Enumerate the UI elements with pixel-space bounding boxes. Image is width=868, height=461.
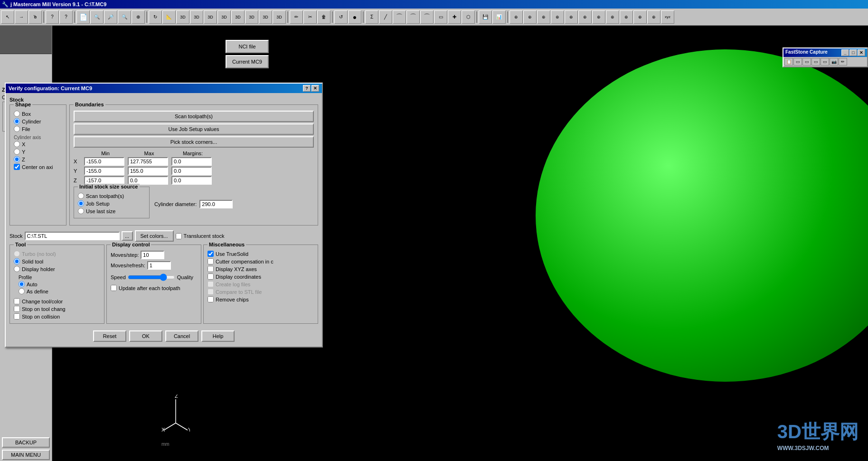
set-colors-button[interactable]: Set colors... xyxy=(135,230,174,242)
toolbar-btn-3d1[interactable]: 3D xyxy=(176,10,189,24)
toolbar-btn-snap3[interactable]: ⊕ xyxy=(537,10,550,24)
moves-refresh-input[interactable] xyxy=(147,261,171,270)
cancel-button[interactable]: Cancel xyxy=(165,330,198,342)
initial-jobsetup-option[interactable]: Job Setup xyxy=(78,200,145,207)
initial-lastsize-option[interactable]: Use last size xyxy=(78,208,145,214)
current-mc9-button[interactable]: Current MC9 xyxy=(226,55,269,68)
toolbar-btn-snap11[interactable]: ⊕ xyxy=(647,10,660,24)
stock-file-input[interactable] xyxy=(25,232,120,240)
cutter-comp-check[interactable]: Cutter compensation in c xyxy=(208,258,314,264)
faststone-close[interactable]: ✕ xyxy=(858,49,865,56)
reset-button[interactable]: Reset xyxy=(93,330,126,342)
toolbar-btn-line1[interactable]: ╱ xyxy=(379,10,392,24)
toolbar-btn-del[interactable]: 🗑 xyxy=(317,10,330,24)
remove-chips-check[interactable]: Remove chips xyxy=(208,296,314,302)
fs-btn-6[interactable]: 📷 xyxy=(830,58,838,66)
initial-scan-option[interactable]: Scan toolpath(s) xyxy=(78,193,145,199)
toolbar-btn-3d8[interactable]: 3D xyxy=(273,10,286,24)
fs-btn-7[interactable]: ✏ xyxy=(839,58,847,66)
tool-holder-option[interactable]: Display holder xyxy=(14,266,100,272)
toolbar-btn-arc3[interactable]: ⌒ xyxy=(420,10,434,24)
toolbar-btn-zoom1[interactable]: 🔍 xyxy=(90,10,104,24)
faststone-maximize[interactable]: □ xyxy=(849,49,857,56)
use-job-setup-button[interactable]: Use Job Setup values xyxy=(74,123,314,135)
toolbar-btn-forward[interactable]: → xyxy=(15,10,28,24)
fs-btn-4[interactable]: ▭ xyxy=(811,58,820,66)
stock-file-browse-button[interactable]: ... xyxy=(122,231,133,241)
toolbar-btn-3d6[interactable]: 3D xyxy=(245,10,258,24)
toolbar-btn-3d7[interactable]: 3D xyxy=(259,10,272,24)
profile-asdefined-option[interactable]: As define xyxy=(19,288,100,294)
toolbar-btn-undo[interactable]: ↺ xyxy=(334,10,348,24)
toolbar-btn-snap4[interactable]: ⊕ xyxy=(551,10,564,24)
axis-z-option[interactable]: Z xyxy=(14,156,62,162)
fs-btn-3[interactable]: ▭ xyxy=(802,58,811,66)
toolbar-btn-arc1[interactable]: ⌒ xyxy=(393,10,406,24)
toolbar-btn-3d2[interactable]: 3D xyxy=(190,10,203,24)
toolbar-btn-3d3[interactable]: 3D xyxy=(204,10,217,24)
fs-btn-1[interactable]: 📋 xyxy=(784,58,793,66)
stop-on-tool-change-check[interactable]: Stop on tool chang xyxy=(14,306,100,312)
toolbar-btn-arrow[interactable]: ↖ xyxy=(1,10,14,24)
toolbar-btn-sigma[interactable]: Σ xyxy=(365,10,378,24)
display-coords-check[interactable]: Display coordinates xyxy=(208,273,314,280)
toolbar-btn-snap5[interactable]: ⊕ xyxy=(565,10,578,24)
shape-box-option[interactable]: Box xyxy=(14,111,62,117)
fs-btn-5[interactable]: ▭ xyxy=(821,58,829,66)
tool-solid-option[interactable]: Solid tool xyxy=(14,258,100,264)
toolbar-btn-pencil[interactable]: ✏ xyxy=(290,10,303,24)
toolbar-btn-xyz[interactable]: xyz xyxy=(661,10,674,24)
toolbar-btn-snap9[interactable]: ⊕ xyxy=(620,10,633,24)
toolbar-btn-snap1[interactable]: ⊕ xyxy=(509,10,523,24)
toolbar-btn-file[interactable]: 📄 xyxy=(76,10,90,24)
pick-stock-corners-button[interactable]: Pick stock corners... xyxy=(74,136,314,148)
shape-cylinder-option[interactable]: Cylinder xyxy=(14,118,62,124)
fs-btn-2[interactable]: ▭ xyxy=(793,58,802,66)
toolbar-btn-3d5[interactable]: 3D xyxy=(231,10,245,24)
axis-y-option[interactable]: Y xyxy=(14,149,62,155)
translucent-stock-check[interactable]: Translucent stock xyxy=(176,233,225,239)
faststone-minimize[interactable]: _ xyxy=(841,49,849,56)
toolbar-btn-snap10[interactable]: ⊕ xyxy=(633,10,647,24)
boundary-y-max[interactable] xyxy=(128,167,168,175)
toolbar-btn-sphere[interactable]: ● xyxy=(348,10,361,24)
nci-file-button[interactable]: NCI file xyxy=(226,40,269,53)
toolbar-btn-zoom2[interactable]: 🔎 xyxy=(104,10,117,24)
dialog-close-button[interactable]: ✕ xyxy=(311,85,319,92)
toolbar-btn-snap8[interactable]: ⊕ xyxy=(606,10,619,24)
boundary-y-min[interactable] xyxy=(84,167,124,175)
toolbar-btn-chart[interactable]: 📊 xyxy=(492,10,506,24)
speed-slider[interactable] xyxy=(128,273,175,281)
use-truesolid-check[interactable]: Use TrueSolid xyxy=(208,251,314,257)
toolbar-btn-zoom4[interactable]: ⊕ xyxy=(132,10,145,24)
toolbar-btn-help1[interactable]: ? xyxy=(46,10,59,24)
boundary-z-margin[interactable] xyxy=(171,176,212,185)
toolbar-btn-snap7[interactable]: ⊕ xyxy=(592,10,605,24)
toolbar-btn-rotate2[interactable]: 📐 xyxy=(162,10,176,24)
shape-file-option[interactable]: File xyxy=(14,126,62,132)
toolbar-btn-cut[interactable]: ✂ xyxy=(303,10,317,24)
moves-step-input[interactable] xyxy=(141,251,164,259)
update-after-toolpath-check[interactable]: Update after each toolpath xyxy=(111,285,197,291)
toolbar-btn-save[interactable]: 💾 xyxy=(479,10,492,24)
toolbar-btn-hex[interactable]: ⬡ xyxy=(462,10,475,24)
toolbar-btn-mouse[interactable]: 🖱 xyxy=(28,10,42,24)
display-xyz-check[interactable]: Display XYZ axes xyxy=(208,266,314,272)
axis-x-option[interactable]: X xyxy=(14,141,62,147)
boundary-x-margin[interactable] xyxy=(171,157,212,166)
tool-turbo-option[interactable]: Turbo (no tool) xyxy=(14,251,100,257)
toolbar-btn-help2[interactable]: ? xyxy=(59,10,73,24)
toolbar-btn-snap6[interactable]: ⊕ xyxy=(578,10,592,24)
boundary-x-min[interactable] xyxy=(84,157,124,166)
change-tool-color-check[interactable]: Change tool/color xyxy=(14,298,100,304)
help-button[interactable]: Help xyxy=(201,330,235,342)
boundary-x-max[interactable] xyxy=(128,157,168,166)
profile-auto-option[interactable]: Auto xyxy=(19,281,100,287)
ok-button[interactable]: OK xyxy=(129,330,162,342)
stop-on-collision-check[interactable]: Stop on collision xyxy=(14,313,100,320)
boundary-y-margin[interactable] xyxy=(171,167,212,175)
toolbar-btn-arc2[interactable]: ⌒ xyxy=(406,10,420,24)
toolbar-btn-plus[interactable]: ✚ xyxy=(448,10,461,24)
scan-toolpaths-button[interactable]: Scan toolpath(s) xyxy=(74,111,314,122)
dialog-help-button[interactable]: ? xyxy=(303,85,311,92)
